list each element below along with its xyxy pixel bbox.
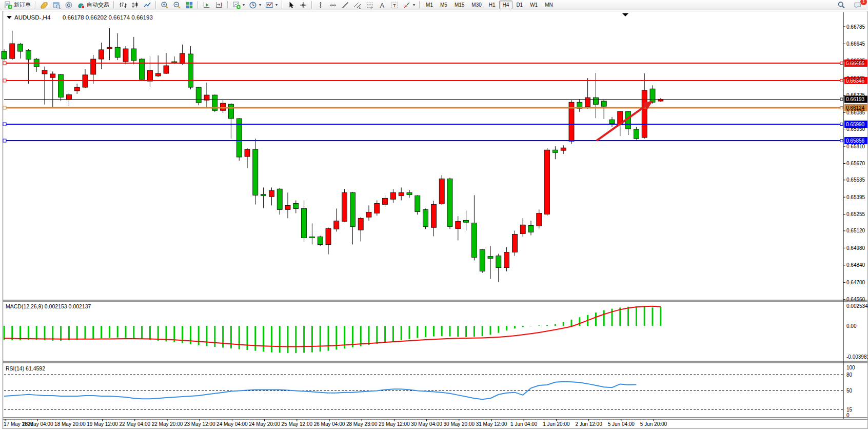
data-window-button[interactable] bbox=[50, 0, 63, 10]
candlestick-chart-button[interactable] bbox=[129, 0, 141, 10]
market-watch-icon bbox=[40, 1, 48, 9]
zoom-in-button[interactable] bbox=[159, 0, 171, 10]
price-tick-label: 0.66085 bbox=[846, 110, 865, 115]
search-button[interactable] bbox=[835, 0, 847, 10]
crosshair-button[interactable] bbox=[297, 0, 309, 10]
candle bbox=[528, 225, 534, 232]
dropdown-caret-icon[interactable]: ▾ bbox=[259, 3, 261, 7]
timeframe-W1-button[interactable]: W1 bbox=[526, 1, 541, 9]
price-tick-label: 0.65670 bbox=[846, 161, 865, 166]
horizontal-line-button[interactable] bbox=[327, 0, 339, 10]
line-handle[interactable] bbox=[3, 62, 6, 65]
line-handle[interactable] bbox=[3, 106, 6, 109]
timeframe-H1-button[interactable]: H1 bbox=[485, 1, 499, 9]
new-order-button[interactable]: 新订单 bbox=[2, 0, 33, 10]
candle bbox=[545, 150, 550, 214]
arrows-button[interactable]: ▾ bbox=[401, 0, 417, 10]
candle bbox=[245, 149, 250, 157]
autotrading-button[interactable]: 自动交易 bbox=[75, 0, 111, 10]
line-handle[interactable] bbox=[3, 79, 6, 82]
line-chart-button[interactable] bbox=[141, 0, 153, 10]
timeframe-MN-button[interactable]: MN bbox=[541, 1, 557, 9]
market-watch-button[interactable] bbox=[38, 0, 50, 10]
timeframe-M15-button[interactable]: M15 bbox=[451, 1, 468, 9]
time-tick-label: 29 May 12:00 bbox=[379, 421, 410, 427]
text-button[interactable]: A bbox=[376, 0, 388, 10]
candle bbox=[471, 223, 477, 257]
timeframe-M5-button[interactable]: M5 bbox=[437, 1, 451, 9]
timeframe-M1-button[interactable]: M1 bbox=[422, 1, 437, 9]
price-tick-label: 0.65810 bbox=[846, 144, 865, 149]
candle bbox=[561, 148, 566, 150]
candle bbox=[58, 74, 64, 97]
template-button[interactable]: ▾ bbox=[263, 0, 280, 10]
vertical-line-button[interactable] bbox=[314, 0, 327, 10]
timeframe-D1-button[interactable]: D1 bbox=[512, 1, 526, 9]
price-tick-label: 0.66785 bbox=[846, 24, 865, 30]
dropdown-caret-icon[interactable]: ▾ bbox=[275, 3, 278, 7]
candle bbox=[456, 221, 461, 228]
candle bbox=[10, 44, 15, 58]
time-tick-label: 28 May 23:00 bbox=[346, 421, 378, 427]
candle bbox=[350, 192, 355, 226]
auto-scroll-button[interactable] bbox=[201, 0, 213, 10]
candle bbox=[447, 179, 452, 226]
price-tick-label: 0.65395 bbox=[846, 194, 865, 200]
zoom-out-button[interactable] bbox=[171, 0, 183, 10]
candle bbox=[642, 90, 647, 138]
candle bbox=[180, 53, 185, 64]
candle bbox=[309, 237, 314, 238]
fibonacci-button[interactable]: F bbox=[364, 0, 376, 10]
time-tick-label: 24 May 04:00 bbox=[216, 421, 248, 427]
candle bbox=[439, 179, 444, 204]
toolbar-separator bbox=[35, 1, 36, 9]
notifications-button[interactable]: 1 bbox=[852, 0, 864, 10]
time-tick-label: 18 May 04:00 bbox=[22, 421, 53, 427]
timeframe-M30-button[interactable]: M30 bbox=[468, 1, 485, 9]
price-tick-label: 0.65120 bbox=[846, 228, 865, 233]
chart-shift-icon bbox=[215, 1, 223, 9]
candle bbox=[318, 237, 323, 244]
svg-text:T: T bbox=[393, 2, 396, 8]
candle bbox=[650, 89, 655, 102]
candle bbox=[390, 192, 396, 199]
candle bbox=[634, 129, 639, 139]
timeframe-H4-button[interactable]: H4 bbox=[499, 1, 513, 9]
text-label-button[interactable]: T bbox=[388, 0, 401, 10]
line-handle[interactable] bbox=[3, 139, 6, 142]
dropdown-caret-icon[interactable]: ▾ bbox=[413, 3, 415, 7]
candle bbox=[131, 49, 136, 61]
macd-axis-label: 0.00 bbox=[846, 323, 857, 329]
price-tick-label: 0.64980 bbox=[846, 245, 865, 251]
macd-axis-label: 0.002534 bbox=[846, 303, 868, 309]
time-tick-label: 5 Jun 20:00 bbox=[640, 421, 667, 427]
text-label-icon: T bbox=[390, 1, 399, 9]
tile-windows-button[interactable] bbox=[183, 0, 195, 10]
line-handle[interactable] bbox=[3, 123, 6, 126]
bar-chart-button[interactable] bbox=[116, 0, 129, 10]
trendline-button[interactable] bbox=[339, 0, 351, 10]
candle bbox=[164, 66, 169, 73]
chart-shift-button[interactable] bbox=[213, 0, 225, 10]
zoom-in-icon bbox=[161, 1, 169, 9]
equidistant-channel-button[interactable]: E bbox=[351, 0, 364, 10]
price-tick-label: 0.65950 bbox=[846, 126, 865, 132]
autotrading-button-label: 自动交易 bbox=[87, 1, 109, 9]
candle bbox=[228, 104, 233, 119]
new-order-icon bbox=[4, 1, 12, 9]
new-chart-button[interactable]: ▾ bbox=[230, 0, 247, 10]
time-tick-label: 22 May 20:00 bbox=[152, 421, 183, 427]
period-button[interactable]: ▾ bbox=[247, 0, 263, 10]
candle bbox=[431, 204, 436, 227]
toolbar-separator bbox=[227, 1, 228, 9]
price-tick-label: 0.64700 bbox=[846, 280, 865, 285]
navigator-button[interactable] bbox=[63, 0, 75, 10]
candle bbox=[147, 70, 152, 81]
candle bbox=[334, 221, 339, 229]
candle bbox=[512, 234, 517, 252]
chart-symbol-title: AUDUSD-,H4 bbox=[14, 14, 51, 21]
autotrading-icon bbox=[77, 1, 85, 9]
toolbar-separator bbox=[311, 1, 312, 9]
dropdown-caret-icon[interactable]: ▾ bbox=[243, 3, 245, 7]
cursor-button[interactable] bbox=[285, 0, 297, 10]
